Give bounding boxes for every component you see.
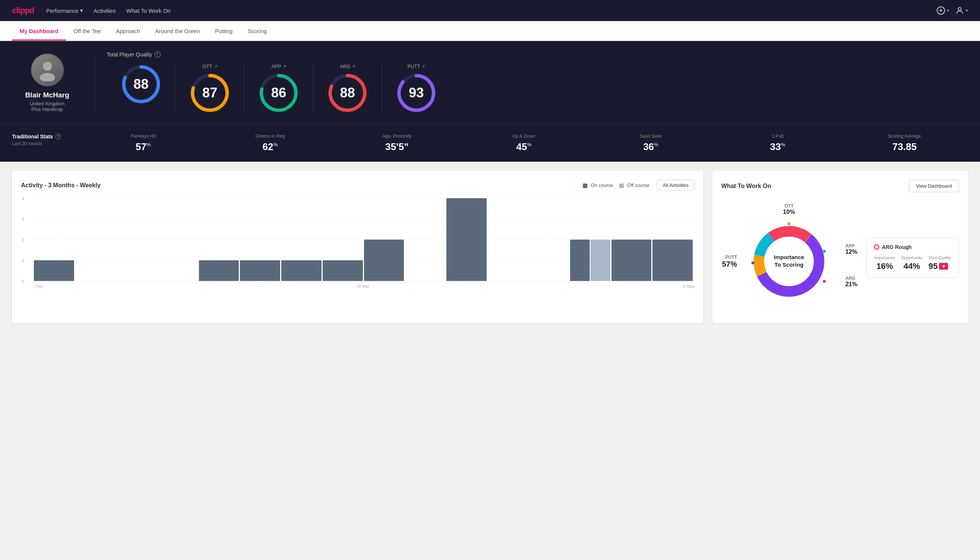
user-menu[interactable]: ▾ — [955, 6, 968, 15]
trend-icon-putt: ↗ — [421, 64, 425, 69]
bar-chart-area: 4 3 2 1 0 — [32, 198, 694, 281]
x-labels: 7 Feb 28 Mar 9 May — [32, 284, 694, 288]
score-value-app: 86 — [271, 85, 286, 101]
score-value-arg: 88 — [340, 85, 355, 101]
score-ring-total: 88 — [107, 63, 176, 113]
tabs-bar: My Dashboard Off the Tee Approach Around… — [0, 21, 980, 41]
tab-putting[interactable]: Putting — [208, 21, 240, 41]
chevron-down-icon: ▾ — [947, 8, 949, 13]
score-rings: 88 OTT ↗ 87 — [107, 63, 968, 113]
trend-icon-arg: ↗ — [352, 64, 355, 69]
main-content: Activity - 3 Months - Weekly On course O… — [0, 162, 980, 332]
chevron-down-icon: ▾ — [966, 8, 968, 13]
stat-app-proximity: App. Proximity 35'5" — [334, 133, 460, 153]
info-icon[interactable]: ? — [155, 52, 161, 58]
donut-chart: Importance To Scoring — [748, 220, 830, 303]
nav-items: Performance ▾ Activities What To Work On — [46, 7, 924, 14]
stat-1-putt: 1 Putt 33% — [714, 133, 841, 153]
bar-group-10 — [446, 198, 487, 281]
stat-fairways-hit: Fairways Hit 57% — [80, 133, 206, 153]
metric-importance: Importance 16% — [874, 255, 895, 271]
bar-group-14 — [611, 240, 652, 281]
nav-what-to-work-on[interactable]: What To Work On — [126, 8, 171, 14]
stats-values: Fairways Hit 57% Greens In Reg 62% App. … — [80, 133, 968, 153]
player-info: Blair McHarg United Kingdom Plus Handica… — [12, 53, 95, 112]
score-ring-arg: ARG ↗ 88 — [313, 63, 382, 113]
stat-sand-save: Sand Save 36% — [587, 133, 714, 153]
nav-activities[interactable]: Activities — [94, 8, 116, 14]
metric-shot-quality: Shot Quality 95 ▼ — [928, 255, 951, 271]
stat-greens-in-reg: Greens In Reg 62% — [206, 133, 333, 153]
donut-wrapper: PUTT 57% OTT 10% APP 12% ARG 21% — [748, 220, 830, 303]
svg-point-5 — [40, 73, 55, 81]
ott-dot — [787, 222, 790, 225]
add-button[interactable]: ▾ — [937, 6, 949, 15]
nav-right: ▾ ▾ — [937, 6, 968, 15]
offcourse-legend: Off course — [619, 182, 649, 188]
oncourse-legend-dot — [583, 183, 587, 188]
stats-period: Last 20 rounds — [12, 141, 80, 146]
all-activities-button[interactable]: All Activities — [657, 180, 694, 191]
metric-opportunity: Opportunity 44% — [901, 255, 922, 271]
stats-bar: Traditional Stats ? Last 20 rounds Fairw… — [0, 124, 980, 162]
info-card-dot — [874, 245, 879, 249]
tpq-label: Total Player Quality ? — [107, 52, 968, 58]
tab-scoring[interactable]: Scoring — [240, 21, 274, 41]
activity-card: Activity - 3 Months - Weekly On course O… — [12, 171, 703, 323]
work-on-header: What To Work On View Dashboard — [721, 180, 959, 192]
trend-icon-app: ↗ — [283, 64, 286, 69]
svg-point-4 — [43, 62, 52, 71]
app-logo[interactable]: clippd — [12, 6, 34, 15]
putt-dot — [751, 262, 754, 264]
offcourse-legend-dot — [619, 183, 624, 188]
bar-group-6 — [281, 260, 321, 281]
score-ring-putt: PUTT ↗ 93 — [382, 63, 451, 113]
ring-ott: 87 — [189, 72, 231, 113]
score-ring-ott: OTT ↗ 87 — [176, 63, 245, 113]
info-metrics: Importance 16% Opportunity 44% Shot Qual… — [874, 255, 951, 271]
view-dashboard-button[interactable]: View Dashboard — [909, 180, 959, 192]
top-navigation: clippd Performance ▾ Activities What To … — [0, 0, 980, 21]
tab-approach[interactable]: Approach — [108, 21, 147, 41]
tab-around-the-green[interactable]: Around the Green — [147, 21, 207, 41]
work-on-inner: PUTT 57% OTT 10% APP 12% ARG 21% — [721, 201, 959, 314]
score-value-total: 88 — [133, 77, 148, 92]
svg-point-3 — [958, 8, 961, 10]
player-country: United Kingdom — [30, 101, 65, 107]
tab-off-the-tee[interactable]: Off the Tee — [66, 21, 108, 41]
svg-text:To Scoring: To Scoring — [774, 262, 803, 268]
bar-group-0 — [34, 260, 74, 281]
stats-info-icon[interactable]: ? — [55, 133, 61, 140]
trend-icon-ott: ↗ — [214, 64, 217, 69]
donut-label-arg: ARG 21% — [845, 276, 857, 288]
work-on-card: What To Work On View Dashboard PUTT 57% … — [712, 171, 968, 323]
svg-text:Importance: Importance — [774, 254, 804, 260]
score-value-putt: 93 — [409, 85, 424, 101]
tab-my-dashboard[interactable]: My Dashboard — [12, 21, 66, 41]
ring-putt: 93 — [396, 72, 437, 113]
bar-group-7 — [323, 260, 363, 281]
stats-title: Traditional Stats ? — [12, 133, 80, 140]
ring-total: 88 — [120, 63, 162, 105]
info-card-title: ARG Rough — [882, 244, 912, 250]
donut-label-putt: PUTT 57% — [722, 255, 737, 268]
ring-app: 86 — [258, 72, 299, 113]
info-card: ARG Rough Importance 16% Opportunity 44%… — [867, 238, 959, 278]
bars-container — [32, 198, 694, 281]
hero-section: Blair McHarg United Kingdom Plus Handica… — [0, 41, 980, 124]
bar-group-8 — [364, 240, 404, 281]
nav-performance[interactable]: Performance ▾ — [46, 7, 83, 14]
bar-group-13 — [570, 240, 611, 281]
chevron-down-icon: ▾ — [80, 7, 83, 14]
ring-arg: 88 — [327, 72, 368, 113]
stat-scoring-average: Scoring Average 73.85 — [841, 133, 968, 153]
oncourse-legend: On course — [583, 182, 613, 188]
score-ring-app: APP ↗ 86 — [245, 63, 313, 113]
score-value-ott: 87 — [202, 85, 217, 101]
bar-group-15 — [652, 240, 693, 281]
scores-section: Total Player Quality ? 88 — [95, 52, 968, 113]
activity-card-header: Activity - 3 Months - Weekly On course O… — [21, 180, 694, 191]
stat-up-and-down: Up & Down 45% — [460, 133, 587, 153]
player-name: Blair McHarg — [25, 91, 69, 99]
donut-label-ott: OTT 10% — [783, 203, 795, 215]
